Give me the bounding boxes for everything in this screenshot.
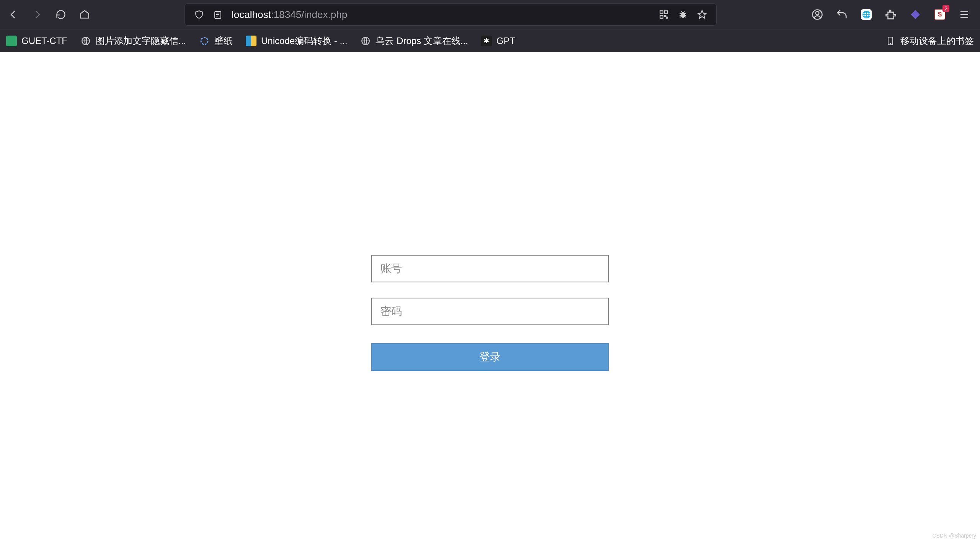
extension-diamond[interactable]	[909, 8, 922, 21]
page-content: 登录	[0, 52, 980, 371]
bookmark-label: 乌云 Drops 文章在线...	[376, 35, 468, 47]
reload-button[interactable]	[55, 9, 67, 20]
username-input[interactable]	[371, 255, 609, 282]
browser-chrome: localhost:18345/index.php	[0, 0, 980, 52]
bookmarks-bar: GUET-CTF 图片添加文字隐藏信... 壁纸 Unicode编码转换 - .…	[0, 29, 980, 52]
extension-noscript[interactable]: S 2	[933, 8, 946, 21]
bookmark-wooyun[interactable]: 乌云 Drops 文章在线...	[360, 35, 468, 47]
shield-icon[interactable]	[194, 10, 204, 20]
bookmark-favicon: ✱	[481, 36, 492, 46]
svg-rect-3	[660, 15, 663, 18]
url-text: localhost:18345/index.php	[232, 9, 347, 21]
url-host: localhost	[232, 9, 271, 20]
bookmark-label: Unicode编码转换 - ...	[261, 35, 347, 47]
bookmark-image-steg[interactable]: 图片添加文字隐藏信...	[80, 35, 186, 47]
home-button[interactable]	[79, 9, 90, 20]
bookmark-label: GUET-CTF	[21, 36, 67, 46]
bug-icon[interactable]	[678, 10, 688, 20]
forward-button[interactable]	[31, 9, 43, 20]
password-input[interactable]	[371, 298, 609, 325]
toolbar-right-group: 🌐 S 2	[811, 8, 975, 21]
nav-button-group	[5, 9, 90, 20]
mobile-icon	[885, 36, 896, 46]
bookmark-label: 壁纸	[214, 35, 233, 47]
watermark: CSDN @Sharpery	[932, 533, 976, 539]
globe-icon	[80, 36, 91, 46]
bookmark-label: GPT	[497, 36, 515, 46]
mobile-bookmarks[interactable]: 移动设备上的书签	[885, 35, 974, 47]
back-button[interactable]	[8, 9, 19, 20]
svg-rect-1	[660, 11, 663, 14]
bookmark-gpt[interactable]: ✱ GPT	[481, 36, 515, 46]
svg-marker-5	[698, 10, 706, 18]
bookmark-star-icon[interactable]	[697, 10, 707, 20]
lock-icon[interactable]	[213, 10, 222, 20]
bookmark-favicon	[246, 36, 256, 46]
bookmark-unicode[interactable]: Unicode编码转换 - ...	[246, 35, 347, 47]
urlbar-container: localhost:18345/index.php	[99, 3, 802, 26]
login-form: 登录	[371, 255, 609, 371]
bookmark-guet-ctf[interactable]: GUET-CTF	[6, 36, 67, 46]
app-menu-button[interactable]	[958, 8, 971, 21]
qr-icon[interactable]	[659, 10, 669, 20]
extension-translate[interactable]: 🌐	[860, 8, 873, 21]
undo-button[interactable]	[835, 8, 848, 21]
globe-icon	[360, 36, 371, 46]
bookmark-favicon	[6, 36, 17, 46]
svg-rect-2	[665, 11, 668, 14]
browser-toolbar: localhost:18345/index.php	[0, 0, 980, 29]
svg-marker-8	[911, 10, 920, 19]
url-rest: :18345/index.php	[271, 9, 348, 20]
extension-badge: 2	[942, 5, 949, 12]
extensions-icon[interactable]	[884, 8, 897, 21]
bookmark-wallpaper[interactable]: 壁纸	[199, 35, 233, 47]
url-bar[interactable]: localhost:18345/index.php	[185, 3, 717, 26]
svg-rect-4	[681, 12, 685, 18]
svg-point-10	[201, 37, 208, 44]
account-icon[interactable]	[811, 8, 824, 21]
mobile-bookmarks-label: 移动设备上的书签	[900, 35, 974, 47]
login-button[interactable]: 登录	[371, 343, 609, 371]
bookmark-label: 图片添加文字隐藏信...	[96, 35, 186, 47]
svg-point-7	[816, 11, 819, 15]
bookmark-favicon	[199, 36, 210, 46]
